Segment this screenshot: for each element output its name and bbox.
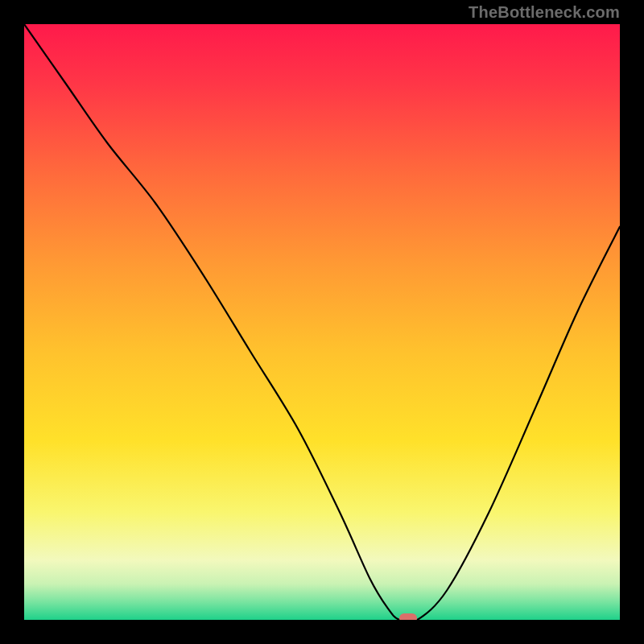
- bottleneck-curve: [24, 24, 620, 620]
- chart-frame: TheBottleneck.com: [0, 0, 644, 644]
- operating-point-marker: [399, 613, 417, 620]
- plot-area: [24, 24, 620, 620]
- watermark-text: TheBottleneck.com: [469, 3, 620, 22]
